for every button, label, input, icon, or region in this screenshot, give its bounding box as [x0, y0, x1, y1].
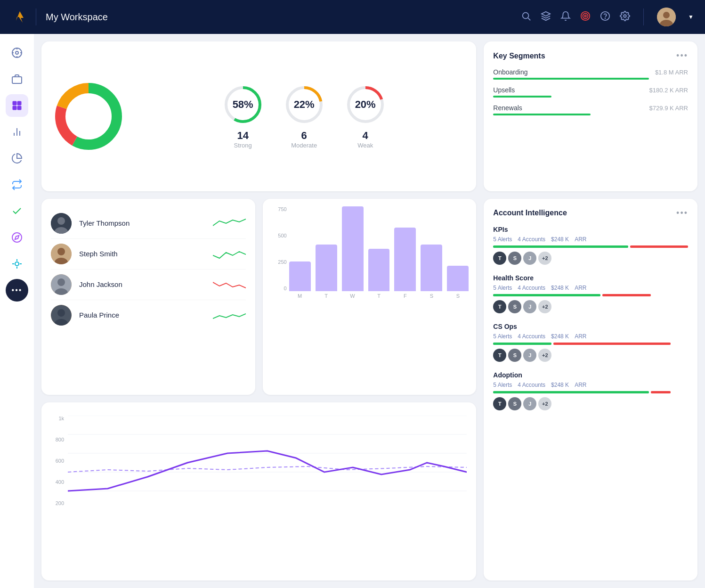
- avatar-a1: T: [493, 397, 506, 410]
- search-icon[interactable]: [521, 11, 531, 24]
- ai-csops-meta: 5 Alerts 4 Accounts $248 K ARR: [493, 333, 688, 340]
- person-name-steph: Steph Smith: [79, 250, 205, 258]
- ai-kpis-meta: 5 Alerts 4 Accounts $248 K ARR: [493, 236, 688, 243]
- person-name-paula: Paula Prince: [79, 311, 205, 319]
- health-score-card: 58% 14 Strong 22% 6 Moderate: [41, 41, 476, 191]
- list-item[interactable]: Tyler Thompson: [51, 208, 246, 239]
- stat-label-strong: Strong: [222, 142, 264, 149]
- segments-menu[interactable]: •••: [676, 51, 688, 61]
- ai-adoption-arr-label: ARR: [575, 382, 586, 388]
- stat-label-moderate: Moderate: [283, 142, 325, 149]
- avatar-chevron[interactable]: ▼: [688, 14, 694, 20]
- sidebar-item-more[interactable]: •••: [6, 279, 28, 302]
- header-divider2: [643, 8, 644, 25]
- sparkline-john: [213, 278, 246, 292]
- bar-wed: [342, 206, 364, 291]
- ai-csops-arr-label: ARR: [575, 333, 586, 340]
- svg-marker-27: [15, 236, 19, 239]
- ai-header: Account Intelligence •••: [493, 208, 688, 218]
- stat-moderate: 22% 6 Moderate: [283, 83, 325, 149]
- sidebar-item-ai[interactable]: [6, 253, 28, 275]
- ai-csops-bar-green: [493, 343, 551, 345]
- ai-csops-arr: $248 K: [551, 333, 569, 340]
- sidebar-item-grid[interactable]: [6, 94, 28, 117]
- help-icon[interactable]: [600, 11, 610, 24]
- stat-value-moderate: 22%: [294, 98, 315, 111]
- target-icon[interactable]: [580, 11, 591, 24]
- ai-kpis-bar: [493, 245, 688, 248]
- sidebar-item-briefcase[interactable]: [6, 68, 28, 90]
- header-icons: ▼: [521, 8, 694, 26]
- stat-weak: 20% 4 Weak: [344, 83, 387, 149]
- ai-health-accounts: 4 Accounts: [518, 285, 545, 291]
- svg-point-4: [583, 13, 588, 18]
- header: My Workspace ▼: [0, 0, 705, 34]
- ai-menu[interactable]: •••: [676, 208, 688, 218]
- bar-labels: M T W T F S S: [270, 293, 469, 299]
- ai-adoption-bar-red: [651, 391, 670, 393]
- ai-title: Account Intelligence: [493, 209, 567, 217]
- bar-sun: [447, 266, 469, 291]
- bar-chart-y-axis: 750 500 250 0: [270, 206, 287, 291]
- list-item[interactable]: John Jackson: [51, 270, 246, 300]
- people-card: Tyler Thompson Steph Smith John Jackson: [41, 199, 255, 395]
- bar-fri: [394, 228, 416, 291]
- bar-sat: [421, 245, 442, 291]
- bell-icon[interactable]: [560, 11, 571, 24]
- avatar-c-more: +2: [538, 349, 551, 362]
- sidebar-item-analytics[interactable]: [6, 121, 28, 143]
- ai-csops-avatars: T S J +2: [493, 349, 688, 362]
- stat-strong: 58% 14 Strong: [222, 83, 264, 149]
- avatar-h2: S: [508, 300, 521, 313]
- svg-point-28: [15, 262, 19, 266]
- sidebar-item-check[interactable]: [6, 200, 28, 222]
- ai-csops-bar-red: [553, 343, 670, 345]
- list-item[interactable]: Steph Smith: [51, 239, 246, 270]
- segment-bar-onboarding: [493, 78, 649, 80]
- ai-adoption-accounts: 4 Accounts: [518, 382, 545, 388]
- sidebar-item-flow[interactable]: [6, 173, 28, 196]
- ai-kpis-arr-label: ARR: [575, 236, 586, 243]
- ai-kpis-accounts: 4 Accounts: [518, 236, 545, 243]
- svg-rect-21: [13, 106, 16, 110]
- header-title: My Workspace: [46, 12, 521, 23]
- stat-label-weak: Weak: [344, 142, 387, 149]
- key-segments-card: Key Segments ••• Onboarding $1.8 M ARR U…: [484, 41, 697, 191]
- person-name-tyler: Tyler Thompson: [79, 219, 205, 227]
- person-avatar-tyler: [51, 213, 72, 234]
- ai-health-title: Health Score: [493, 274, 688, 282]
- line-chart-y-axis: 1k 800 600 400 200: [51, 412, 68, 515]
- sidebar-item-compass[interactable]: [6, 226, 28, 249]
- layers-icon[interactable]: [541, 11, 551, 24]
- avatar[interactable]: [657, 8, 676, 26]
- person-avatar-john: [51, 274, 72, 295]
- svg-rect-19: [13, 101, 16, 105]
- segment-onboarding: Onboarding $1.8 M ARR: [493, 68, 688, 80]
- sidebar-item-dashboard[interactable]: [6, 41, 28, 64]
- bar-mon: [289, 261, 311, 291]
- ai-health-bar-green: [493, 294, 600, 296]
- segment-name-upsells: Upsells: [493, 86, 515, 94]
- ai-section-csops: CS Ops 5 Alerts 4 Accounts $248 K ARR T …: [493, 323, 688, 362]
- person-avatar-paula: [51, 305, 72, 326]
- avatar-1: T: [493, 252, 506, 265]
- avatar-h1: T: [493, 300, 506, 313]
- settings-icon[interactable]: [620, 11, 630, 24]
- logo[interactable]: [11, 8, 28, 25]
- segment-name-renewals: Renewals: [493, 104, 522, 112]
- sparkline-tyler: [213, 216, 246, 230]
- ai-health-arr-label: ARR: [575, 285, 586, 291]
- line-chart-card: 1k 800 600 400 200: [41, 402, 476, 580]
- segment-value-renewals: $729.9 K ARR: [649, 105, 688, 112]
- header-divider: [36, 8, 36, 25]
- avatar-c2: S: [508, 349, 521, 362]
- ai-kpis-alerts: 5 Alerts: [493, 236, 512, 243]
- stat-circle-moderate: 22%: [283, 83, 325, 126]
- svg-point-10: [663, 12, 670, 18]
- avatar-3: J: [523, 252, 536, 265]
- segment-value-upsells: $180.2 K ARR: [649, 87, 688, 94]
- sidebar: •••: [0, 34, 34, 588]
- list-item[interactable]: Paula Prince: [51, 300, 246, 330]
- sidebar-item-pie[interactable]: [6, 147, 28, 170]
- avatar-h-more: +2: [538, 300, 551, 313]
